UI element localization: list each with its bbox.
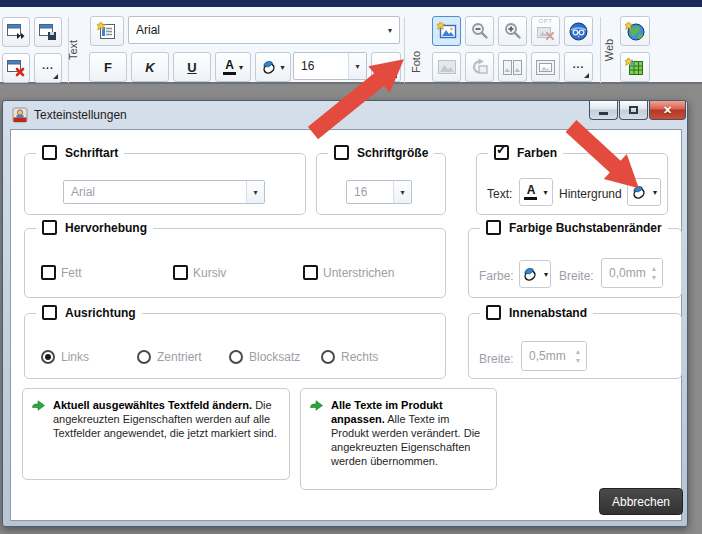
project-save-button[interactable] <box>34 17 62 47</box>
page-forward-icon <box>7 24 26 40</box>
font-color-button[interactable]: A ▾ <box>215 52 251 82</box>
spinner-down-icon[interactable]: ▼ <box>575 357 582 364</box>
font-size-value: 16 <box>301 59 314 73</box>
photo-frame-button[interactable] <box>531 52 560 82</box>
schriftart-label: Schriftart <box>65 146 118 160</box>
blocksatz-radio[interactable] <box>229 350 243 364</box>
ellipsis-icon: ... <box>380 59 391 70</box>
add-photo-button[interactable] <box>432 16 461 46</box>
spinner-down-icon[interactable]: ▼ <box>651 274 658 281</box>
hervorhebung-checkbox[interactable]: ✓ <box>42 220 57 235</box>
schriftgroesse-checkbox[interactable]: ✓ <box>334 145 349 160</box>
rechts-radio[interactable] <box>321 350 335 364</box>
farben-checkbox[interactable]: ✓ <box>494 145 509 160</box>
rand-breite-spinner[interactable]: 0,0mm ▲▼ <box>601 258 663 288</box>
innenabstand-label: Innenabstand <box>509 306 587 320</box>
kursiv-label: Kursiv <box>193 266 226 280</box>
fett-label: Fett <box>61 266 82 280</box>
zentriert-radio[interactable] <box>137 350 151 364</box>
group-innenabstand: ✓ Innenabstand Breite: 0,5mm ▲▼ <box>468 313 682 379</box>
bold-button[interactable]: F <box>89 52 127 82</box>
text-color-button[interactable]: A ▾ <box>519 178 553 206</box>
edit-photo-button-disabled <box>432 52 461 82</box>
window-top-accent-strip <box>0 0 702 7</box>
chevron-down-icon: ▾ <box>653 188 657 197</box>
chevron-down-icon[interactable]: ▾ <box>348 53 366 79</box>
schriftgroesse-value: 16 <box>354 185 367 199</box>
compare-photos-button[interactable] <box>498 52 527 82</box>
italic-button[interactable]: K <box>131 52 169 82</box>
schriftgroesse-combobox[interactable]: 16 ▾ <box>346 180 412 204</box>
links-label: Links <box>61 350 89 364</box>
schriftart-font-value: Arial <box>71 185 95 199</box>
italic-label: K <box>145 60 154 75</box>
photo-globe-icon <box>569 22 588 41</box>
schriftart-checkbox[interactable]: ✓ <box>42 145 57 160</box>
project-delete-button[interactable] <box>2 53 30 83</box>
rand-farbe-button[interactable]: ▾ <box>519 260 551 288</box>
toolbar-separator <box>404 17 405 83</box>
project-more-button[interactable]: ... <box>34 53 62 83</box>
spinner-up-icon[interactable]: ▲ <box>575 348 582 355</box>
fill-color-button[interactable]: ▾ <box>255 52 291 82</box>
minimize-button[interactable] <box>589 101 618 120</box>
magnifier-minus-icon <box>471 22 489 40</box>
ellipsis-icon: ... <box>42 60 53 71</box>
add-web-table-button[interactable] <box>620 52 650 82</box>
ausrichtung-checkbox[interactable]: ✓ <box>42 305 57 320</box>
farben-label: Farben <box>517 146 557 160</box>
innenabstand-checkbox[interactable]: ✓ <box>486 305 501 320</box>
close-icon: ✕ <box>663 104 672 117</box>
group-ausrichtung: ✓ Ausrichtung Links Zentriert Blocksatz … <box>24 313 446 379</box>
add-web-page-button[interactable] <box>620 16 650 46</box>
project-forward-button[interactable] <box>2 17 30 47</box>
dialog-titlebar[interactable]: Texteinstellungen ✕ <box>3 101 687 129</box>
green-arrow-icon <box>32 400 45 411</box>
opt-label: OPT <box>532 18 559 24</box>
zoom-out-photo-button[interactable] <box>465 16 494 46</box>
chevron-down-icon[interactable]: ▾ <box>381 26 399 35</box>
innen-breite-spinner[interactable]: 0,5mm ▲▼ <box>521 341 587 371</box>
add-text-button[interactable] <box>90 16 124 46</box>
fett-checkbox[interactable]: ✓ <box>41 265 56 280</box>
green-arrow-icon <box>310 400 323 411</box>
innen-breite-value: 0,5mm <box>522 342 570 370</box>
schriftart-font-combobox[interactable]: Arial ▾ <box>63 180 265 204</box>
font-size-combobox[interactable]: 16 ▾ <box>293 52 367 80</box>
main-toolbar: ... Text Arial ▾ F K U A ▾ ▾ 16 <box>0 7 702 84</box>
info-box-produkt[interactable]: Alle Texte im Produkt anpassen. Alle Tex… <box>300 388 497 490</box>
chevron-down-icon[interactable]: ▾ <box>393 181 411 203</box>
maximize-button[interactable] <box>619 101 648 120</box>
raender-checkbox[interactable]: ✓ <box>486 220 501 235</box>
hintergrund-color-button[interactable]: ▾ <box>627 178 661 206</box>
rand-breite-label: Breite: <box>559 269 594 283</box>
font-family-combobox[interactable]: Arial ▾ <box>128 16 400 44</box>
dialog-content: ✓ Schriftart Arial ▾ ✓ Schriftgröße 16 ▾ <box>10 129 682 521</box>
foto-more-options-button[interactable]: ... <box>564 52 593 82</box>
photo-disabled-icon <box>438 60 456 74</box>
kursiv-checkbox[interactable]: ✓ <box>173 265 188 280</box>
magnifier-plus-icon <box>504 22 522 40</box>
font-family-value: Arial <box>136 23 160 37</box>
corner-triangle-icon <box>584 73 589 78</box>
optimize-photo-button-disabled: OPT <box>531 16 560 46</box>
add-text-icon <box>97 22 117 41</box>
photo-service-button[interactable] <box>564 16 593 46</box>
raender-label: Farbige Buchstabenränder <box>509 221 662 235</box>
spinner-up-icon[interactable]: ▲ <box>651 265 658 272</box>
zoom-in-photo-button[interactable] <box>498 16 527 46</box>
chevron-down-icon[interactable]: ▾ <box>246 181 264 203</box>
links-radio[interactable] <box>41 350 55 364</box>
close-button[interactable]: ✕ <box>649 101 686 120</box>
web-globe-icon <box>625 22 645 41</box>
unterstrichen-checkbox[interactable]: ✓ <box>303 265 318 280</box>
cancel-button[interactable]: Abbrechen <box>599 488 683 515</box>
info-box-textfeld[interactable]: Aktuell ausgewähltes Textfeld ändern. Di… <box>22 388 290 480</box>
underline-button[interactable]: U <box>173 52 211 82</box>
dialog-app-icon <box>12 107 28 123</box>
blocksatz-label: Blocksatz <box>249 350 300 364</box>
ellipsis-icon: ... <box>573 59 584 70</box>
text-more-options-button[interactable]: ... <box>371 52 401 82</box>
image-frame-icon <box>536 60 555 75</box>
web-grid-icon <box>625 58 645 77</box>
